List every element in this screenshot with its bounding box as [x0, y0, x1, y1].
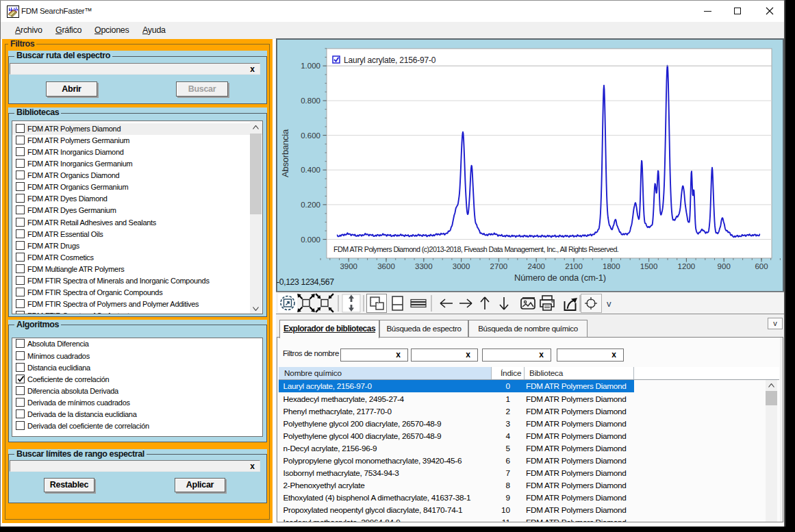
svg-text:0.400: 0.400 — [301, 166, 320, 174]
svg-text:0.600: 0.600 — [301, 131, 320, 140]
svg-text:0.000: 0.000 — [301, 236, 320, 244]
svg-text:Número de onda (cm-1): Número de onda (cm-1) — [514, 273, 606, 283]
svg-text:Absorbancia: Absorbancia — [280, 129, 290, 177]
svg-text:1500: 1500 — [640, 262, 658, 270]
svg-text:3300: 3300 — [415, 262, 433, 270]
svg-text:3900: 3900 — [340, 262, 357, 270]
svg-text:3000: 3000 — [453, 262, 470, 270]
svg-text:v: v — [607, 299, 611, 309]
svg-text:0.200: 0.200 — [301, 201, 320, 209]
svg-text:3600: 3600 — [377, 262, 395, 270]
svg-text:FDM ATR Polymers Diamond (c)20: FDM ATR Polymers Diamond (c)2013-2018, F… — [333, 245, 619, 253]
svg-text:600: 600 — [755, 262, 768, 270]
svg-text:2700: 2700 — [490, 262, 508, 270]
svg-text:0.800: 0.800 — [301, 97, 320, 105]
svg-text:Lauryl acrylate, 2156-97-0: Lauryl acrylate, 2156-97-0 — [344, 55, 436, 65]
svg-text:1200: 1200 — [678, 262, 696, 270]
svg-text:900: 900 — [718, 262, 731, 270]
svg-text:1.000: 1.000 — [301, 62, 320, 70]
svg-text:2100: 2100 — [565, 262, 583, 270]
svg-text:1800: 1800 — [603, 262, 620, 270]
svg-text:2400: 2400 — [527, 262, 545, 270]
